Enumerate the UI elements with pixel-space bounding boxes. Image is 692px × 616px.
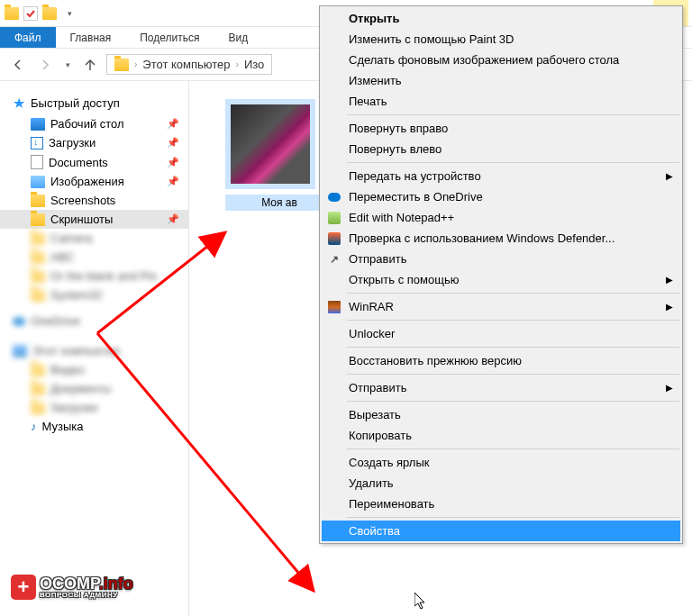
sidebar-item-blurred[interactable]: ABC: [0, 248, 188, 267]
tab-view[interactable]: Вид: [214, 27, 262, 48]
menu-edit[interactable]: Изменить: [322, 70, 680, 91]
submenu-arrow-icon: ▶: [666, 302, 673, 312]
menu-set-wallpaper[interactable]: Сделать фоновым изображением рабочего ст…: [322, 50, 680, 70]
submenu-arrow-icon: ▶: [666, 383, 673, 393]
folder-icon: [31, 213, 45, 226]
menu-separator: [347, 114, 679, 115]
breadcrumb-folder-icon: [114, 59, 129, 71]
music-icon: ♪: [31, 420, 37, 433]
pin-icon: 📌: [167, 213, 179, 225]
nav-back-button[interactable]: [7, 54, 29, 76]
menu-separator: [347, 374, 679, 375]
chevron-right-icon: ›: [236, 59, 239, 69]
watermark: + OCOMP.info ВОПРОСЫ АДМИНУ: [11, 575, 133, 600]
file-thumbnail[interactable]: Моя ав: [225, 99, 333, 225]
menu-print[interactable]: Печать: [322, 91, 680, 112]
sidebar-quick-access-label: Быстрый доступ: [31, 96, 120, 110]
menu-separator: [347, 517, 679, 518]
menu-copy[interactable]: Копировать: [322, 425, 680, 446]
sidebar-item-blurred[interactable]: Загрузки: [0, 398, 188, 417]
sidebar-item-screenshots-ru[interactable]: Скриншоты 📌: [0, 210, 188, 229]
folder-app-icon: [4, 5, 20, 22]
menu-rotate-right[interactable]: Повернуть вправо: [322, 118, 680, 139]
submenu-arrow-icon: ▶: [666, 275, 673, 285]
breadcrumb-images[interactable]: Изо: [244, 58, 264, 71]
sidebar-item-label: Изображения: [50, 175, 124, 188]
menu-cast[interactable]: Передать на устройство▶: [322, 166, 680, 186]
menu-open[interactable]: Открыть: [322, 8, 680, 29]
pin-icon: 📌: [167, 137, 179, 149]
download-icon: [31, 137, 43, 149]
document-icon: [31, 155, 43, 169]
sidebar-item-desktop[interactable]: Рабочий стол 📌: [0, 114, 188, 133]
menu-send-to[interactable]: Отправить▶: [322, 377, 680, 398]
notepadpp-icon: [327, 211, 341, 225]
qat-dropdown-icon[interactable]: ▾: [61, 5, 77, 22]
qat-checkbox-icon[interactable]: [23, 6, 38, 21]
menu-separator: [347, 448, 679, 449]
desktop-icon: [31, 118, 45, 131]
defender-icon: [327, 231, 341, 246]
thumbnail-label: Моя ав: [225, 195, 333, 211]
menu-delete[interactable]: Удалить: [322, 473, 680, 494]
sidebar-item-screenshots[interactable]: Screenshots: [0, 191, 188, 210]
menu-open-with[interactable]: Открыть с помощью▶: [322, 269, 680, 290]
qat-folder-icon[interactable]: [41, 5, 58, 22]
context-menu: Открыть Изменить с помощью Paint 3D Сдел…: [319, 5, 683, 544]
sidebar: ★ Быстрый доступ Рабочий стол 📌 Загрузки…: [0, 81, 189, 616]
menu-rename[interactable]: Переименовать: [322, 494, 680, 514]
sidebar-item-blurred[interactable]: Видео: [0, 360, 188, 379]
chevron-right-icon: ›: [134, 59, 137, 69]
sidebar-this-pc[interactable]: Этот компьютер: [0, 341, 188, 360]
tab-file[interactable]: Файл: [0, 27, 56, 48]
menu-unlocker[interactable]: Unlocker: [322, 323, 680, 344]
winrar-icon: [327, 300, 341, 314]
menu-winrar[interactable]: WinRAR▶: [322, 296, 680, 317]
sidebar-item-documents[interactable]: Documents 📌: [0, 152, 188, 172]
share-icon: ↗: [327, 252, 341, 267]
tab-home[interactable]: Главная: [56, 27, 126, 48]
menu-separator: [347, 320, 679, 321]
nav-up-button[interactable]: [79, 54, 101, 76]
thumbnail-image: [225, 99, 315, 189]
menu-notepadpp[interactable]: Edit with Notepad++: [322, 207, 680, 228]
submenu-arrow-icon: ▶: [666, 171, 673, 181]
sidebar-item-label: Скриншоты: [50, 213, 113, 226]
onedrive-icon: [327, 190, 341, 204]
menu-properties[interactable]: Свойства: [322, 521, 680, 541]
sidebar-onedrive[interactable]: OneDrive: [0, 312, 188, 331]
watermark-plus-icon: +: [11, 575, 36, 600]
menu-edit-paint3d[interactable]: Изменить с помощью Paint 3D: [322, 29, 680, 50]
menu-separator: [347, 347, 679, 348]
sidebar-item-label: Screenshots: [50, 194, 115, 207]
menu-defender[interactable]: Проверка с использованием Windows Defend…: [322, 228, 680, 249]
sidebar-item-music[interactable]: ♪ Музыка: [0, 417, 188, 436]
star-icon: ★: [13, 95, 25, 112]
sidebar-item-blurred[interactable]: Документы: [0, 379, 188, 398]
sidebar-item-label: Музыка: [42, 420, 84, 433]
sidebar-item-label: Загрузки: [49, 136, 96, 149]
sidebar-item-blurred[interactable]: System32: [0, 285, 188, 304]
breadcrumb[interactable]: › Этот компьютер › Изо: [106, 54, 272, 75]
image-icon: [31, 176, 45, 188]
nav-recent-dropdown[interactable]: ▾: [61, 54, 74, 76]
sidebar-item-blurred[interactable]: Camera: [0, 229, 188, 248]
menu-separator: [347, 293, 679, 294]
breadcrumb-pc[interactable]: Этот компьютер: [142, 58, 230, 71]
menu-separator: [347, 162, 679, 163]
menu-onedrive[interactable]: Переместить в OneDrive: [322, 186, 680, 207]
sidebar-item-images[interactable]: Изображения 📌: [0, 172, 188, 191]
nav-forward-button[interactable]: [34, 54, 56, 76]
sidebar-item-downloads[interactable]: Загрузки 📌: [0, 133, 188, 152]
tab-share[interactable]: Поделиться: [125, 27, 214, 48]
sidebar-quick-access[interactable]: ★ Быстрый доступ: [0, 92, 188, 114]
menu-rotate-left[interactable]: Повернуть влево: [322, 139, 680, 159]
menu-share[interactable]: ↗Отправить: [322, 249, 680, 269]
pin-icon: 📌: [167, 118, 179, 130]
menu-shortcut[interactable]: Создать ярлык: [322, 452, 680, 473]
menu-restore[interactable]: Восстановить прежнюю версию: [322, 350, 680, 371]
folder-icon: [31, 195, 45, 207]
sidebar-item-blurred[interactable]: Or the blank and Pin: [0, 267, 188, 285]
cursor-icon: [414, 593, 427, 611]
menu-cut[interactable]: Вырезать: [322, 404, 680, 425]
